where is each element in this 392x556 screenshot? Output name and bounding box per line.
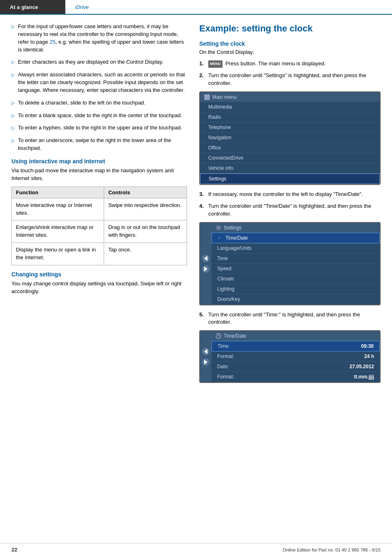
timedate-label-format2: Format:: [217, 374, 354, 380]
svg-rect-2: [205, 98, 207, 99]
menu-icon: MENU: [208, 60, 223, 67]
screen-item-multimedia: Multimedia: [200, 102, 380, 112]
timedate-screen: Time/Date Time: 09:30 Format: 24 h Date:…: [199, 330, 381, 383]
step-2: 2. Turn the controller until "Settings" …: [199, 72, 381, 87]
timedate-nav-left: [202, 348, 209, 355]
settings-item-lighting: Lighting: [212, 284, 380, 294]
screen-item-radio: Radio: [200, 112, 380, 122]
main-menu-screen: Main menu Multimedia Radio Telephone Nav…: [199, 91, 381, 185]
bullet-arrow-1: ▷: [11, 24, 15, 53]
timedate-value-format1: 24 h: [364, 354, 374, 359]
svg-marker-5: [204, 267, 207, 271]
screen-item-navigation: Navigation: [200, 133, 380, 143]
step-1: 1. MENU Press button. The main menu is d…: [199, 60, 381, 68]
settings-item-language: Language/Units: [212, 243, 380, 254]
timedate-nav: [200, 331, 212, 382]
timedate-row-format2: Format: tt.mm.jjjj: [212, 372, 380, 382]
svg-rect-3: [207, 98, 209, 99]
page-title: Example: setting the clock: [199, 23, 381, 35]
table-cell-controls-1: Swipe into respective direction.: [104, 198, 187, 220]
bullet-item-3: ▷ Always enter associated characters, su…: [11, 71, 187, 94]
step-number-5: 5.: [199, 311, 208, 327]
page-link-25[interactable]: 25: [49, 39, 55, 45]
timedate-row-date: Date: 27.05.2012: [212, 362, 380, 372]
timedate-value-time: 09:30: [361, 343, 374, 349]
nav-right-arrow: [202, 265, 209, 273]
bullet-arrow-2: ▷: [11, 59, 15, 66]
idrive-tab[interactable]: iDrive: [75, 4, 89, 10]
bullet-text-5: To enter a blank space, slide to the rig…: [18, 112, 182, 120]
bullet-text-7: To enter an underscore, swipe to the rig…: [18, 137, 187, 152]
screen-main-menu-title: Main menu: [212, 94, 236, 100]
timedate-header: Time/Date: [212, 331, 380, 341]
bullet-item-2: ▷ Enter characters as they are displayed…: [11, 58, 187, 66]
svg-rect-0: [205, 95, 207, 97]
bullet-text-1: For the input of upper/lower case letter…: [18, 23, 187, 53]
bullet-arrow-4: ▷: [11, 100, 15, 107]
svg-point-7: [216, 225, 221, 230]
setting-clock-subtext: On the Control Display:: [199, 49, 381, 56]
step-number-3: 3.: [199, 191, 208, 198]
footer-online-text: Online Edition for Part no. 01 40 2 960 …: [283, 547, 381, 552]
bullet-item-1: ▷ For the input of upper/lower case lett…: [11, 23, 187, 53]
timedate-content: Time/Date Time: 09:30 Format: 24 h Date:…: [212, 331, 380, 382]
header-left-tab[interactable]: At a glance: [0, 0, 65, 14]
bullet-arrow-3: ▷: [11, 72, 15, 94]
setting-clock-heading: Setting the clock: [199, 40, 381, 47]
settings-header: Settings: [212, 223, 380, 233]
settings-screen-title: Settings: [224, 225, 241, 231]
nav-left-arrow: [202, 255, 209, 262]
settings-item-speed: Speed: [212, 264, 380, 274]
timedate-value-date: 27.05.2012: [350, 364, 374, 369]
bullet-text-3: Always enter associated characters, such…: [18, 71, 187, 94]
at-a-glance-tab[interactable]: At a glance: [10, 4, 38, 10]
timedate-row-format1: Format: 24 h: [212, 351, 380, 362]
settings-item-tone: Tone: [212, 254, 380, 264]
step-text-5: Turn the controller until "Time:" is hig…: [208, 311, 381, 327]
table-cell-function-3: Display the menu or open a link in the I…: [12, 243, 104, 265]
step-number-2: 2.: [199, 72, 208, 87]
page-header: At a glance iDrive: [0, 0, 392, 15]
screen-item-office: Office: [200, 143, 380, 153]
svg-marker-9: [204, 360, 207, 365]
bullet-text-2: Enter characters as they are displayed o…: [18, 58, 163, 66]
table-row-3: Display the menu or open a link in the I…: [12, 243, 187, 265]
bullet-item-5: ▷ To enter a blank space, slide to the r…: [11, 112, 187, 120]
timedate-label-date: Date:: [217, 364, 350, 369]
settings-item-climate: Climate: [212, 274, 380, 284]
step-text-3: If necessary, move the controller to the…: [208, 191, 363, 198]
timedate-nav-right: [202, 358, 209, 366]
table-cell-controls-3: Tap once.: [104, 243, 187, 265]
step-4: 4. Turn the controller until "Time/Date"…: [199, 202, 381, 218]
interactive-map-subtext: Via touch-pad move the interactive map i…: [11, 167, 187, 182]
timedate-label-time: Time:: [218, 343, 361, 349]
step-text-1: MENU Press button. The main menu is disp…: [208, 60, 326, 68]
screen-header: Main menu: [200, 92, 380, 102]
table-row-2: Enlarge/shrink interactive map or Intern…: [12, 220, 187, 243]
settings-item-doorskey: Doors/Key: [212, 294, 380, 305]
svg-rect-1: [207, 95, 209, 97]
interactive-map-heading: Using interactive map and Internet: [11, 158, 187, 165]
step-5: 5. Turn the controller until "Time:" is …: [199, 311, 381, 327]
screen-header-icon: [204, 94, 210, 100]
table-header-controls: Controls: [104, 187, 187, 198]
bullet-item-7: ▷ To enter an underscore, swipe to the r…: [11, 137, 187, 152]
bullet-item-6: ▷ To enter a hyphen, slide to the right …: [11, 124, 187, 132]
settings-nav: [200, 223, 212, 305]
header-right-tab[interactable]: iDrive: [65, 0, 98, 14]
left-column: ▷ For the input of upper/lower case lett…: [11, 23, 187, 389]
table-cell-function-1: Move interactive map or Internet sites.: [12, 198, 104, 220]
bullet-arrow-6: ▷: [11, 125, 15, 132]
changing-settings-heading: Changing settings: [11, 271, 187, 278]
timedate-row-time: Time: 09:30: [212, 341, 380, 351]
svg-marker-8: [204, 349, 207, 354]
step-3: 3. If necessary, move the controller to …: [199, 191, 381, 198]
bullet-item-4: ▷ To delete a character, slide to the le…: [11, 99, 187, 107]
table-cell-function-2: Enlarge/shrink interactive map or Intern…: [12, 220, 104, 243]
settings-screen: Settings ✓ Time/Date Language/Units Tone…: [199, 222, 381, 305]
table-row-1: Move interactive map or Internet sites. …: [12, 198, 187, 220]
svg-marker-4: [204, 256, 207, 261]
timedate-label-format1: Format:: [217, 354, 364, 359]
clock-icon: [216, 333, 221, 339]
bullet-text-6: To enter a hyphen, slide to the right in…: [18, 124, 182, 132]
